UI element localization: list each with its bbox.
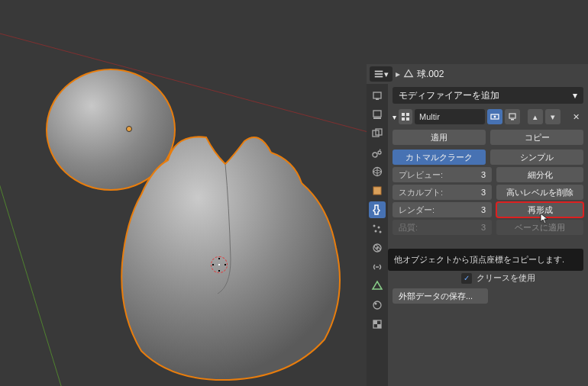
svg-point-17: [380, 231, 382, 233]
tooltip: 他オブジェクトから頂点座標をコピーします.: [388, 249, 583, 271]
sculpt-levels[interactable]: スカルプト: 3: [393, 185, 492, 200]
chevron-down-icon: ▾: [573, 90, 577, 101]
svg-rect-34: [511, 119, 514, 121]
svg-rect-28: [406, 113, 409, 116]
tab-physics[interactable]: [369, 240, 386, 256]
modifier-name-text: Multir: [419, 112, 440, 121]
svg-point-22: [373, 301, 381, 309]
tab-view-layer[interactable]: [369, 125, 386, 142]
properties-panel: ▾ ▸ 球.002 モディファイアーを追加 ▾ ▾ Multir: [367, 64, 588, 386]
svg-rect-27: [402, 113, 405, 116]
modifier-header: ▾ Multir ▴ ▾ ✕: [393, 108, 583, 125]
tab-material[interactable]: [369, 297, 386, 314]
svg-rect-26: [377, 324, 381, 328]
svg-point-19: [376, 247, 379, 249]
svg-point-32: [494, 116, 496, 118]
object-name: 球.002: [417, 68, 444, 81]
multires-icon: [399, 109, 412, 124]
svg-rect-2: [375, 76, 383, 78]
breadcrumb-dropdown[interactable]: ▾: [370, 66, 393, 82]
preview-levels[interactable]: プレビュー: 3: [393, 167, 492, 182]
save-external-button[interactable]: 外部データの保存...: [393, 288, 488, 304]
tab-render[interactable]: [369, 87, 386, 104]
properties-tabs: [367, 84, 388, 386]
modifier-name-field[interactable]: Multir: [415, 109, 485, 124]
svg-rect-6: [373, 111, 381, 117]
tab-texture[interactable]: [369, 316, 386, 333]
svg-marker-3: [405, 70, 413, 77]
svg-point-10: [373, 153, 377, 157]
move-up-button[interactable]: ▴: [528, 109, 543, 124]
svg-point-15: [378, 227, 380, 229]
catmull-clark-button[interactable]: カトマルクラーク: [393, 150, 486, 165]
svg-rect-0: [375, 71, 383, 72]
disclosure-triangle[interactable]: ▾: [393, 113, 396, 121]
preview-label: プレビュー:: [399, 169, 443, 181]
copy-button[interactable]: コピー: [490, 130, 583, 145]
render-levels[interactable]: レンダー: 3: [393, 202, 492, 217]
svg-rect-29: [402, 117, 405, 121]
breadcrumb-sep: ▸: [396, 69, 400, 79]
sculpt-label: スカルプト:: [399, 187, 443, 198]
apply-button[interactable]: 適用: [393, 130, 486, 145]
delete-modifier-button[interactable]: ✕: [568, 109, 583, 124]
mesh-icon: [403, 69, 414, 79]
svg-rect-25: [373, 320, 377, 324]
chevron-down-icon: ▾: [384, 69, 389, 79]
tab-constraints[interactable]: [369, 259, 386, 275]
preview-value: 3: [481, 170, 486, 179]
tab-scene[interactable]: [369, 144, 386, 161]
reshape-button[interactable]: 再形成: [496, 202, 583, 217]
svg-point-14: [373, 225, 376, 227]
use-crease-checkbox[interactable]: ✓: [461, 273, 472, 284]
apply-base-button[interactable]: ベースに適用: [496, 220, 583, 235]
render-value: 3: [481, 205, 486, 214]
delete-higher-button[interactable]: 高いレベルを削除: [496, 185, 583, 200]
properties-header: ▾ ▸ 球.002: [367, 64, 588, 84]
simple-button[interactable]: シンプル: [490, 150, 583, 165]
tab-object[interactable]: [369, 182, 386, 199]
tab-world[interactable]: [369, 163, 386, 180]
svg-point-23: [375, 303, 377, 305]
reshape-label: 再形成: [528, 204, 553, 216]
svg-rect-4: [373, 92, 381, 98]
tab-particles[interactable]: [369, 220, 386, 237]
modifier-panel: モディファイアーを追加 ▾ ▾ Multir ▴ ▾ ✕ 適用 コピー カトマル…: [388, 84, 588, 307]
subdivide-button[interactable]: 細分化: [496, 167, 583, 182]
svg-point-16: [375, 230, 377, 233]
object-origin: [126, 126, 132, 132]
mesh-sculpted[interactable]: [99, 122, 351, 381]
tab-data[interactable]: [369, 278, 386, 294]
svg-rect-30: [406, 117, 409, 121]
tab-modifiers[interactable]: [369, 201, 386, 218]
svg-rect-5: [376, 98, 379, 100]
svg-rect-1: [375, 73, 383, 75]
move-down-button[interactable]: ▾: [545, 109, 561, 124]
render-label: レンダー:: [399, 204, 435, 216]
svg-rect-33: [509, 114, 515, 118]
display-viewport-toggle[interactable]: [505, 109, 520, 124]
sculpt-value: 3: [481, 188, 486, 197]
svg-point-11: [378, 151, 381, 154]
use-crease-label: クリースを使用: [477, 272, 535, 284]
viewport-3d[interactable]: [0, 0, 367, 386]
add-modifier-label: モディファイアーを追加: [399, 89, 499, 102]
svg-rect-7: [373, 117, 381, 119]
svg-marker-21: [373, 281, 382, 289]
quality-label: 品質:: [399, 222, 418, 233]
display-render-toggle[interactable]: [487, 109, 502, 124]
quality-value: 3: [481, 223, 486, 232]
tab-output[interactable]: [369, 106, 386, 123]
add-modifier-dropdown[interactable]: モディファイアーを追加 ▾: [393, 87, 583, 104]
svg-rect-13: [373, 187, 381, 195]
quality-field[interactable]: 品質: 3: [393, 220, 492, 235]
